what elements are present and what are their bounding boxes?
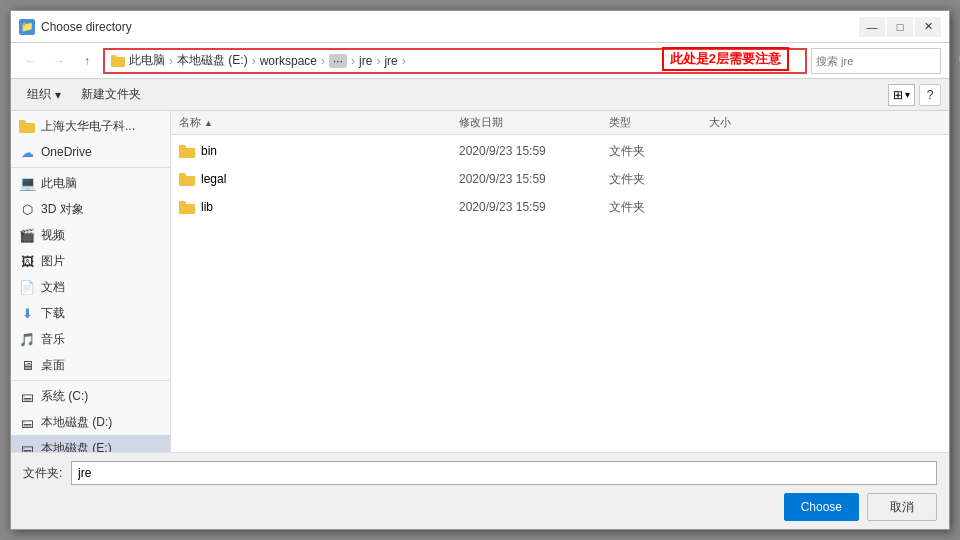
addr-part-2: 本地磁盘 (E:) — [177, 52, 248, 69]
new-folder-button[interactable]: 新建文件夹 — [73, 83, 149, 107]
sidebar-divider-1 — [11, 167, 170, 168]
folder-icon — [19, 118, 35, 134]
sidebar-label-dahua: 上海大华电子科... — [41, 118, 135, 135]
help-label: ? — [927, 88, 934, 102]
content-area: 名称 ▲ 修改日期 类型 大小 — [171, 111, 949, 452]
col-header-type: 类型 — [609, 115, 709, 130]
sort-arrow: ▲ — [204, 118, 213, 128]
title-bar: 📁 Choose directory — □ ✕ — [11, 11, 949, 43]
sidebar-label-thispc: 此电脑 — [41, 175, 77, 192]
dialog-window: 📁 Choose directory — □ ✕ ← → ↑ 此电脑 › 本地磁… — [10, 10, 950, 530]
address-folder-icon — [111, 55, 125, 67]
sidebar-label-hdde: 本地磁盘 (E:) — [41, 440, 112, 453]
action-row: Choose 取消 — [23, 493, 937, 521]
sidebar-item-desktop[interactable]: 🖥 桌面 — [11, 352, 170, 378]
sidebar-item-thispc[interactable]: 💻 此电脑 — [11, 170, 170, 196]
sidebar-item-sysc[interactable]: 🖴 系统 (C:) — [11, 383, 170, 409]
file-type-lib: 文件夹 — [609, 199, 709, 216]
col-header-name: 名称 ▲ — [179, 115, 459, 130]
sidebar-item-onedrive[interactable]: ☁ OneDrive — [11, 139, 170, 165]
search-input[interactable] — [816, 55, 954, 67]
sidebar: 上海大华电子科... ☁ OneDrive 💻 此电脑 ⬡ 3D 对象 — [11, 111, 171, 452]
up-button[interactable]: ↑ — [75, 49, 99, 73]
sidebar-label-hddd: 本地磁盘 (D:) — [41, 414, 112, 431]
file-name-bin: bin — [179, 144, 459, 158]
file-list-header: 名称 ▲ 修改日期 类型 大小 — [171, 111, 949, 135]
table-row[interactable]: lib 2020/9/23 15:59 文件夹 — [171, 193, 949, 221]
file-name-legal: legal — [179, 172, 459, 186]
sidebar-item-music[interactable]: 🎵 音乐 — [11, 326, 170, 352]
sidebar-item-hdde[interactable]: 🖴 本地磁盘 (E:) — [11, 435, 170, 452]
file-date-lib: 2020/9/23 15:59 — [459, 200, 609, 214]
file-type-legal: 文件夹 — [609, 171, 709, 188]
cloud-icon: ☁ — [19, 144, 35, 160]
file-list-body: bin 2020/9/23 15:59 文件夹 legal 2 — [171, 135, 949, 452]
col-header-size: 大小 — [709, 115, 789, 130]
folder-icon-bin — [179, 145, 195, 158]
cube-icon: ⬡ — [19, 201, 35, 217]
bottom-bar: 文件夹: Choose 取消 — [11, 452, 949, 529]
filename-label: 文件夹: — [23, 465, 63, 482]
sidebar-label-video: 视频 — [41, 227, 65, 244]
dialog-title: Choose directory — [41, 20, 859, 34]
sidebar-item-document[interactable]: 📄 文档 — [11, 274, 170, 300]
file-date-bin: 2020/9/23 15:59 — [459, 144, 609, 158]
col-header-date: 修改日期 — [459, 115, 609, 130]
organize-label: 组织 — [27, 86, 51, 103]
forward-button[interactable]: → — [47, 49, 71, 73]
file-name-lib: lib — [179, 200, 459, 214]
view-toggle[interactable]: ⊞ ▾ — [888, 84, 915, 106]
sidebar-label-sysc: 系统 (C:) — [41, 388, 88, 405]
cancel-button[interactable]: 取消 — [867, 493, 937, 521]
table-row[interactable]: legal 2020/9/23 15:59 文件夹 — [171, 165, 949, 193]
address-box[interactable]: 此电脑 › 本地磁盘 (E:) › workspace › ··· › jre … — [103, 48, 807, 74]
file-type-bin: 文件夹 — [609, 143, 709, 160]
organize-button[interactable]: 组织 ▾ — [19, 83, 69, 107]
pc-icon: 💻 — [19, 175, 35, 191]
music-icon: 🎵 — [19, 331, 35, 347]
sidebar-label-music: 音乐 — [41, 331, 65, 348]
address-path: 此电脑 › 本地磁盘 (E:) › workspace › ··· › jre … — [129, 52, 408, 69]
view-arrow: ▾ — [905, 89, 910, 100]
sidebar-section-favorites: 上海大华电子科... ☁ OneDrive 💻 此电脑 ⬡ 3D 对象 — [11, 111, 170, 452]
choose-button[interactable]: Choose — [784, 493, 859, 521]
dialog-icon: 📁 — [19, 19, 35, 35]
hdd-d-icon: 🖴 — [19, 414, 35, 430]
sidebar-label-onedrive: OneDrive — [41, 145, 92, 159]
addr-part-4: ··· — [329, 54, 347, 68]
desktop-icon: 🖥 — [19, 357, 35, 373]
sidebar-item-video[interactable]: 🎬 视频 — [11, 222, 170, 248]
addr-part-5: jre — [359, 54, 372, 68]
file-date-legal: 2020/9/23 15:59 — [459, 172, 609, 186]
main-area: 上海大华电子科... ☁ OneDrive 💻 此电脑 ⬡ 3D 对象 — [11, 111, 949, 452]
hdd-c-icon: 🖴 — [19, 388, 35, 404]
sidebar-label-3d: 3D 对象 — [41, 201, 84, 218]
new-folder-label: 新建文件夹 — [81, 86, 141, 103]
sidebar-item-picture[interactable]: 🖼 图片 — [11, 248, 170, 274]
address-bar-row: ← → ↑ 此电脑 › 本地磁盘 (E:) › workspace › ··· … — [11, 43, 949, 79]
hdd-e-icon: 🖴 — [19, 440, 35, 452]
table-row[interactable]: bin 2020/9/23 15:59 文件夹 — [171, 137, 949, 165]
sidebar-item-download[interactable]: ⬇ 下载 — [11, 300, 170, 326]
addr-part-1: 此电脑 — [129, 52, 165, 69]
sidebar-item-dahua[interactable]: 上海大华电子科... — [11, 113, 170, 139]
organize-arrow: ▾ — [55, 88, 61, 102]
view-icon: ⊞ — [893, 88, 903, 102]
close-button[interactable]: ✕ — [915, 17, 941, 37]
maximize-button[interactable]: □ — [887, 17, 913, 37]
help-button[interactable]: ? — [919, 84, 941, 106]
sidebar-item-hddd[interactable]: 🖴 本地磁盘 (D:) — [11, 409, 170, 435]
sidebar-divider-2 — [11, 380, 170, 381]
sidebar-label-desktop: 桌面 — [41, 357, 65, 374]
sidebar-item-3d[interactable]: ⬡ 3D 对象 — [11, 196, 170, 222]
back-button[interactable]: ← — [19, 49, 43, 73]
film-icon: 🎬 — [19, 227, 35, 243]
image-icon: 🖼 — [19, 253, 35, 269]
download-icon: ⬇ — [19, 305, 35, 321]
filename-input[interactable] — [71, 461, 937, 485]
search-box[interactable]: 🔍 — [811, 48, 941, 74]
sidebar-label-download: 下载 — [41, 305, 65, 322]
window-controls: — □ ✕ — [859, 17, 941, 37]
minimize-button[interactable]: — — [859, 17, 885, 37]
toolbar-row: 组织 ▾ 新建文件夹 ⊞ ▾ ? — [11, 79, 949, 111]
